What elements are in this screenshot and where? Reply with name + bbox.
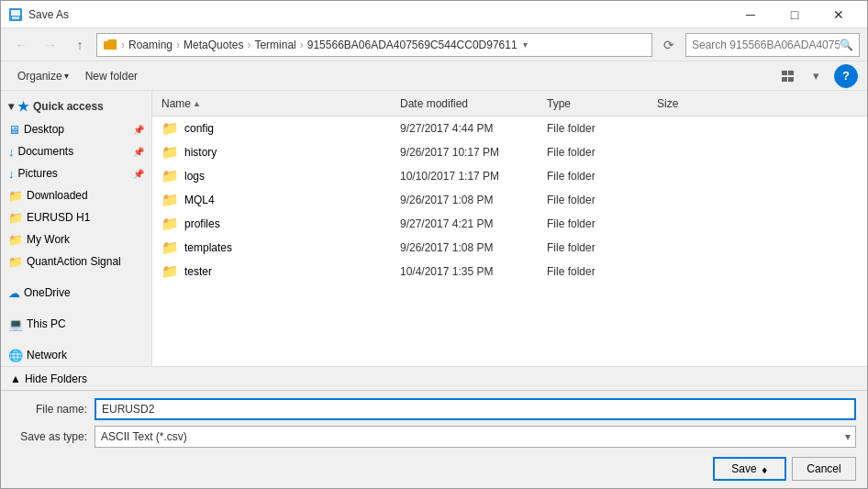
filename-label: File name: [12, 403, 95, 416]
sidebar-item-eurusd[interactable]: 📁 EURUSD H1 [1, 206, 151, 228]
file-name: profiles [184, 217, 220, 230]
table-row[interactable]: 📁 MQL4 9/26/2017 1:08 PM File folder [152, 188, 867, 212]
minimize-button[interactable]: ─ [729, 1, 772, 28]
address-dropdown-button[interactable]: ▾ [523, 39, 528, 50]
file-name: MQL4 [184, 194, 215, 206]
date-column-header[interactable]: Date modified [400, 97, 547, 110]
folder-icon: 📁 [161, 263, 179, 280]
table-row[interactable]: 📁 config 9/27/2017 4:44 PM File folder [152, 117, 867, 140]
crumb-guid[interactable]: 915566BA06ADA407569C544CC0D97611 [307, 39, 517, 51]
folder-icon [103, 39, 117, 51]
thispc-icon: 💻 [8, 317, 23, 331]
up-button[interactable]: ↑ [67, 32, 93, 58]
file-name: logs [184, 170, 205, 183]
svg-rect-6 [788, 77, 794, 82]
savetype-label: Save as type: [12, 430, 95, 443]
file-name: config [184, 122, 214, 135]
refresh-button[interactable]: ⟳ [656, 33, 682, 57]
address-toolbar: ← → ↑ › Roaming › MetaQuotes › Terminal … [1, 28, 867, 61]
address-bar[interactable]: › Roaming › MetaQuotes › Terminal › 9155… [96, 33, 652, 57]
sidebar-item-network[interactable]: 🌐 Network [1, 344, 151, 366]
folder-mywork-icon: 📁 [8, 233, 23, 247]
organize-button[interactable]: Organize ▾ [10, 64, 76, 88]
close-button[interactable]: ✕ [818, 1, 860, 28]
file-date: 9/27/2017 4:44 PM [400, 122, 547, 135]
content-area: ▾ ★ Quick access 🖥 Desktop 📌 ↓ Documents… [1, 91, 867, 366]
table-row[interactable]: 📁 logs 10/10/2017 1:17 PM File folder [152, 164, 867, 188]
pin-icon-pics: 📌 [133, 169, 144, 179]
savetype-wrapper: ASCII Text (*.csv) [95, 426, 856, 448]
maximize-button[interactable]: □ [773, 1, 816, 28]
desktop-icon: 🖥 [8, 123, 20, 137]
table-row[interactable]: 📁 profiles 9/27/2017 4:21 PM File folder [152, 212, 867, 236]
sidebar-item-downloaded[interactable]: 📁 Downloaded [1, 184, 151, 206]
title-bar: Save As ─ □ ✕ [1, 1, 867, 28]
network-icon: 🌐 [8, 349, 23, 362]
cancel-button[interactable]: Cancel [792, 457, 856, 481]
quick-access-header[interactable]: ▾ ★ Quick access [1, 94, 151, 118]
view-dropdown-button[interactable]: ▾ [803, 64, 829, 88]
window-controls: ─ □ ✕ [729, 1, 860, 28]
filename-input[interactable] [95, 398, 856, 420]
crumb-metaquotes[interactable]: MetaQuotes [184, 39, 243, 51]
hide-folders-button[interactable]: ▲ Hide Folders [10, 372, 87, 385]
view-list-button[interactable] [775, 64, 801, 88]
folder-download-icon: 📁 [8, 189, 23, 203]
sidebar-item-mywork[interactable]: 📁 My Work [1, 228, 151, 250]
savetype-select[interactable]: ASCII Text (*.csv) [95, 426, 856, 448]
file-name: templates [184, 241, 232, 254]
sidebar-item-onedrive[interactable]: ☁ OneDrive [1, 282, 151, 304]
forward-button[interactable]: → [38, 32, 63, 58]
svg-rect-2 [12, 17, 19, 19]
column-header: Name ▲ Date modified Type Size [152, 91, 867, 117]
crumb-terminal[interactable]: Terminal [254, 39, 295, 51]
help-button[interactable]: ? [834, 64, 858, 88]
folder-icon: 📁 [161, 144, 179, 161]
file-date: 10/10/2017 1:17 PM [400, 170, 547, 183]
file-name: tester [184, 265, 212, 278]
search-input[interactable] [692, 39, 840, 51]
new-folder-button[interactable]: New folder [78, 64, 145, 88]
secondary-toolbar: Organize ▾ New folder ▾ ? [1, 61, 867, 91]
sidebar-item-pictures[interactable]: ↓ Pictures 📌 [1, 162, 151, 184]
sidebar-item-desktop[interactable]: 🖥 Desktop 📌 [1, 118, 151, 140]
save-as-icon [8, 7, 23, 22]
type-column-header[interactable]: Type [547, 97, 657, 110]
crumb-roaming[interactable]: Roaming [128, 39, 172, 51]
sidebar-item-documents[interactable]: ↓ Documents 📌 [1, 140, 151, 162]
file-list: 📁 config 9/27/2017 4:44 PM File folder 📁… [152, 117, 867, 366]
sidebar-item-thispc[interactable]: 💻 This PC [1, 313, 151, 335]
svg-rect-1 [11, 10, 20, 16]
list-view-icon [782, 70, 795, 83]
file-date: 9/26/2017 1:08 PM [400, 194, 547, 206]
star-icon: ★ [17, 99, 29, 114]
onedrive-icon: ☁ [8, 286, 20, 300]
file-type: File folder [547, 170, 657, 183]
sidebar: ▾ ★ Quick access 🖥 Desktop 📌 ↓ Documents… [1, 91, 152, 366]
table-row[interactable]: 📁 history 9/26/2017 10:17 PM File folder [152, 140, 867, 164]
filename-row: File name: [12, 398, 856, 420]
bottom-bar: ▲ Hide Folders [1, 366, 867, 390]
table-row[interactable]: 📁 templates 9/26/2017 1:08 PM File folde… [152, 236, 867, 260]
folder-quantaction-icon: 📁 [8, 255, 23, 269]
save-as-dialog: Save As ─ □ ✕ ← → ↑ › Roaming › MetaQuot… [0, 0, 868, 489]
size-column-header[interactable]: Size [657, 97, 730, 110]
footer: File name: Save as type: ASCII Text (*.c… [1, 390, 867, 488]
window-title: Save As [28, 8, 729, 21]
folder-icon: 📁 [161, 192, 179, 208]
savetype-row: Save as type: ASCII Text (*.csv) [12, 426, 856, 448]
table-row[interactable]: 📁 tester 10/4/2017 1:35 PM File folder [152, 260, 867, 283]
hide-folders-chevron-icon: ▲ [10, 372, 21, 385]
file-date: 9/27/2017 4:21 PM [400, 217, 547, 230]
file-type: File folder [547, 146, 657, 159]
svg-rect-3 [782, 71, 787, 75]
name-column-header[interactable]: Name ▲ [161, 97, 400, 110]
search-box: 🔍 [685, 33, 860, 57]
svg-rect-5 [782, 77, 787, 82]
back-button[interactable]: ← [8, 32, 34, 58]
folder-icon: 📁 [161, 239, 179, 256]
save-button[interactable]: Save ⬧ [713, 457, 786, 481]
file-type: File folder [547, 194, 657, 206]
file-date: 9/26/2017 10:17 PM [400, 146, 547, 159]
sidebar-item-quantaction[interactable]: 📁 QuantAction Signal [1, 250, 151, 272]
